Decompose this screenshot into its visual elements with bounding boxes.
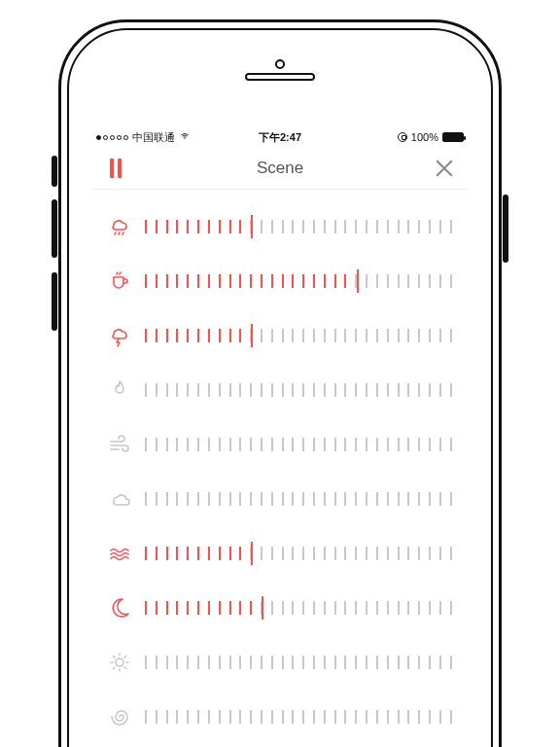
- rain-icon[interactable]: [108, 215, 131, 238]
- slider-tick: [418, 601, 420, 615]
- slider-tick: [418, 656, 420, 669]
- slider-tick: [208, 274, 210, 288]
- slider-thumb[interactable]: [251, 324, 253, 347]
- volume-slider-spiral[interactable]: [145, 705, 452, 729]
- cup-icon[interactable]: [108, 269, 131, 293]
- slider-tick: [156, 547, 158, 560]
- slider-tick: [429, 492, 431, 506]
- slider-tick: [229, 383, 231, 397]
- device-frame: 中国联通 下午2:47 100% Scene: [58, 19, 502, 747]
- slider-tick: [344, 656, 346, 669]
- slider-tick: [229, 547, 231, 560]
- slider-tick: [355, 710, 357, 724]
- slider-thumb[interactable]: [251, 215, 253, 238]
- volume-slider-birds[interactable]: [145, 487, 452, 511]
- slider-tick: [439, 656, 441, 669]
- slider-tick: [313, 601, 315, 615]
- slider-tick: [282, 438, 284, 451]
- slider-tick: [366, 383, 368, 397]
- slider-tick: [439, 438, 441, 451]
- slider-tick: [229, 438, 231, 451]
- slider-tick: [229, 329, 231, 342]
- slider-tick: [355, 656, 357, 669]
- slider-tick: [324, 274, 326, 288]
- slider-tick: [418, 438, 420, 451]
- slider-tick: [450, 710, 452, 724]
- slider-tick: [166, 383, 168, 397]
- slider-tick: [366, 601, 368, 615]
- cloud2-icon[interactable]: [108, 487, 131, 511]
- slider-tick: [282, 547, 284, 560]
- slider-tick: [219, 329, 221, 342]
- volume-slider-coffee[interactable]: [145, 269, 452, 293]
- slider-tick: [229, 274, 231, 288]
- slider-tick: [324, 492, 326, 506]
- slider-tick: [450, 329, 452, 342]
- slider-tick: [302, 438, 304, 451]
- volume-slider-waves[interactable]: [145, 542, 452, 565]
- slider-tick: [197, 656, 199, 669]
- spiral-icon[interactable]: [108, 705, 131, 729]
- slider-tick: [302, 274, 304, 288]
- slider-thumb[interactable]: [262, 596, 263, 620]
- slider-tick: [208, 329, 210, 342]
- slider-tick: [145, 492, 147, 506]
- slider-tick: [398, 492, 400, 506]
- moon-icon[interactable]: [108, 596, 131, 620]
- slider-tick: [439, 383, 441, 397]
- slider-tick: [156, 656, 158, 669]
- volume-slider-sun[interactable]: [145, 651, 452, 674]
- slider-tick: [187, 656, 189, 669]
- slider-tick: [219, 547, 221, 560]
- slider-tick: [450, 547, 452, 560]
- volume-slider-fire[interactable]: [145, 378, 452, 402]
- slider-tick: [197, 547, 199, 560]
- slider-tick: [376, 601, 378, 615]
- slider-tick: [355, 220, 357, 233]
- slider-tick: [387, 547, 389, 560]
- close-button[interactable]: [435, 159, 454, 178]
- screen: 中国联通 下午2:47 100% Scene: [90, 127, 470, 747]
- waves-icon[interactable]: [108, 542, 131, 565]
- slider-tick: [239, 492, 241, 506]
- slider-tick: [166, 492, 168, 506]
- battery-icon: [442, 132, 464, 142]
- slider-tick: [145, 656, 147, 669]
- fire-icon[interactable]: [108, 378, 131, 402]
- nav-bar: Scene: [90, 147, 470, 190]
- slider-tick: [187, 329, 189, 342]
- volume-slider-thunder[interactable]: [145, 324, 452, 347]
- slider-thumb[interactable]: [357, 269, 359, 293]
- slider-tick: [156, 220, 158, 233]
- volume-slider-wind[interactable]: [145, 433, 452, 456]
- slider-tick: [156, 710, 158, 724]
- slider-tick: [418, 383, 420, 397]
- slider-tick: [398, 656, 400, 669]
- slider-tick: [313, 547, 315, 560]
- slider-tick: [324, 656, 326, 669]
- slider-tick: [344, 601, 346, 615]
- slider-tick: [376, 710, 378, 724]
- slider-tick: [324, 547, 326, 560]
- slider-tick: [366, 220, 368, 233]
- slider-tick: [219, 274, 221, 288]
- slider-tick: [229, 492, 231, 506]
- volume-slider-night[interactable]: [145, 596, 452, 620]
- slider-tick: [282, 329, 284, 342]
- slider-tick: [261, 656, 262, 669]
- slider-tick: [355, 329, 357, 342]
- slider-tick: [439, 547, 441, 560]
- thunder-icon[interactable]: [108, 324, 131, 347]
- volume-slider-rain[interactable]: [145, 215, 452, 238]
- sound-row-wind: [90, 417, 470, 472]
- slider-tick: [313, 438, 315, 451]
- slider-tick: [156, 438, 158, 451]
- sun-icon[interactable]: [108, 651, 131, 674]
- slider-tick: [344, 438, 346, 451]
- slider-tick: [429, 710, 431, 724]
- slider-tick: [271, 438, 273, 451]
- slider-thumb[interactable]: [251, 542, 253, 565]
- wind-icon[interactable]: [108, 433, 131, 456]
- slider-tick: [355, 492, 357, 506]
- slider-tick: [366, 656, 368, 669]
